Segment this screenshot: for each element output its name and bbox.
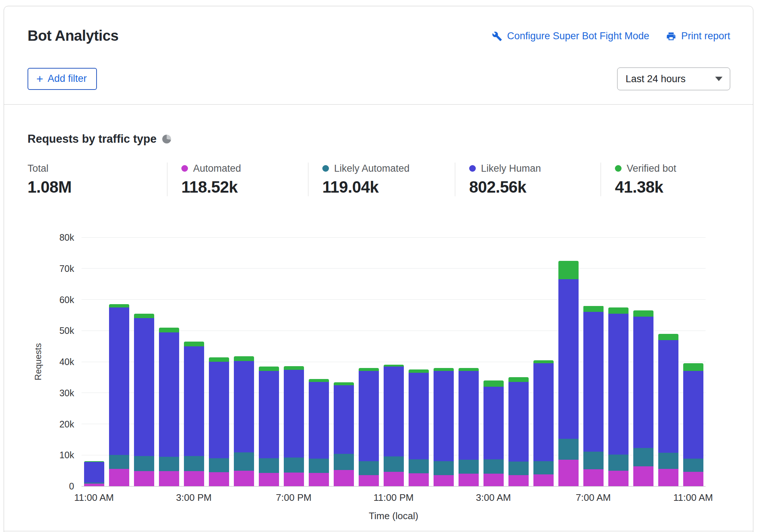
requests-section: Requests by traffic type Total 1.08M Aut… [4, 105, 753, 527]
stacked-bar[interactable] [159, 328, 179, 486]
bar-segment-likely-automated [359, 461, 379, 475]
bar-segment-verified-bot [209, 357, 229, 362]
stacked-bar[interactable] [284, 366, 304, 486]
stacked-bar[interactable] [109, 304, 129, 486]
bar-segment-automated [608, 471, 629, 486]
bottom-section-divider [4, 531, 753, 531]
bar-segment-likely-human [608, 314, 629, 455]
stat-likely-human-value: 802.56k [469, 178, 601, 196]
stacked-bar[interactable] [658, 334, 678, 486]
verified-bot-legend-dot [615, 165, 622, 172]
bar-segment-likely-automated [334, 454, 354, 470]
bar-segment-likely-human [134, 318, 154, 456]
bar-segment-likely-human [533, 363, 554, 461]
bar-segment-automated [184, 471, 204, 486]
stacked-bar[interactable] [84, 461, 104, 486]
chevron-down-icon [715, 77, 722, 81]
likely-human-legend-dot [469, 165, 476, 172]
bar-segment-likely-automated [633, 448, 653, 466]
bar-segment-verified-bot [558, 261, 579, 280]
stacked-bar[interactable] [359, 368, 379, 486]
bar-segment-likely-automated [434, 461, 454, 475]
x-tick-label: 3:00 AM [476, 492, 511, 503]
bar-segment-likely-human [583, 312, 604, 452]
bar-segment-verified-bot [359, 368, 379, 371]
bar-segment-likely-automated [459, 460, 479, 474]
stacked-bar[interactable] [633, 310, 653, 486]
time-range-select[interactable]: Last 24 hours [617, 68, 730, 90]
bar-segment-automated [633, 466, 653, 486]
stat-automated-value: 118.52k [181, 178, 308, 196]
stacked-bar[interactable] [384, 365, 404, 486]
stat-total-label: Total [28, 163, 48, 174]
x-tick-label: 11:00 PM [373, 492, 413, 503]
print-report-link[interactable]: Print report [666, 30, 730, 42]
y-tick-label: 50k [40, 325, 74, 336]
stacked-bar[interactable] [259, 367, 279, 486]
stacked-bar[interactable] [558, 261, 579, 486]
bar-segment-likely-automated [409, 459, 429, 473]
printer-icon [666, 31, 676, 41]
bar-segment-likely-automated [234, 452, 254, 471]
stacked-bar[interactable] [309, 379, 329, 486]
stacked-bar[interactable] [608, 307, 629, 486]
configure-super-bot-fight-mode-link[interactable]: Configure Super Bot Fight Mode [492, 30, 649, 42]
bar-segment-automated [109, 469, 129, 486]
stacked-bar[interactable] [683, 363, 703, 486]
y-tick-label: 0 [40, 481, 74, 492]
pie-chart-icon [162, 135, 171, 143]
stacked-bar[interactable] [483, 380, 504, 486]
bar-segment-verified-bot [683, 363, 703, 371]
bar-segment-likely-human [633, 317, 653, 448]
bar-segment-verified-bot [583, 306, 604, 312]
bar-segment-likely-automated [683, 459, 703, 472]
stacked-bar[interactable] [209, 357, 229, 486]
y-tick-label: 60k [40, 294, 74, 305]
bar-segment-likely-human [184, 346, 204, 456]
bar-segment-verified-bot [159, 328, 179, 332]
gridline-80k [82, 237, 706, 238]
stacked-bar[interactable] [583, 306, 604, 486]
wrench-icon [492, 31, 502, 41]
stat-likely-human: Likely Human 802.56k [455, 163, 601, 196]
bar-segment-likely-human [259, 371, 279, 458]
bar-segment-verified-bot [259, 367, 279, 371]
bar-segment-automated [483, 474, 504, 486]
bar-segment-automated [459, 474, 479, 486]
y-tick-label: 20k [40, 419, 74, 430]
bar-segment-automated [683, 472, 703, 486]
bar-segment-likely-automated [384, 456, 404, 472]
x-tick-label: 7:00 PM [276, 492, 312, 503]
stacked-bar[interactable] [134, 314, 154, 486]
bar-segment-verified-bot [184, 342, 204, 346]
stacked-bar[interactable] [459, 368, 479, 486]
x-tick-label: 7:00 AM [576, 492, 611, 503]
stat-automated: Automated 118.52k [167, 163, 308, 196]
stacked-bar[interactable] [334, 382, 354, 486]
bar-segment-automated [284, 473, 304, 486]
bar-segment-likely-human [683, 371, 703, 458]
plus-icon: + [36, 74, 43, 84]
y-tick-label: 40k [40, 356, 74, 367]
automated-legend-dot [181, 165, 188, 172]
stacked-bar[interactable] [533, 360, 554, 486]
stat-total-value: 1.08M [28, 178, 167, 196]
stacked-bar[interactable] [508, 377, 529, 486]
add-filter-button[interactable]: + Add filter [28, 68, 97, 90]
bar-segment-automated [84, 484, 104, 486]
stacked-bar[interactable] [234, 356, 254, 486]
bar-segment-verified-bot [533, 360, 554, 363]
bar-segment-likely-automated [508, 462, 529, 475]
stacked-bar[interactable] [434, 368, 454, 486]
bar-segment-automated [658, 469, 678, 486]
stacked-bar[interactable] [184, 342, 204, 486]
bar-segment-likely-automated [209, 458, 229, 472]
stat-likely-human-label: Likely Human [481, 163, 541, 174]
bar-segment-automated [508, 475, 529, 487]
gridline-70k [82, 268, 706, 269]
plot-area: 010k20k30k40k50k60k70k80k11:00 AM3:00 PM… [82, 237, 706, 486]
stacked-bar[interactable] [409, 369, 429, 486]
bar-segment-likely-human [384, 367, 404, 456]
section-title: Requests by traffic type [28, 132, 156, 146]
x-tick-label: 11:00 AM [74, 492, 114, 503]
